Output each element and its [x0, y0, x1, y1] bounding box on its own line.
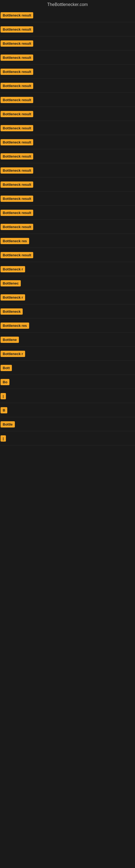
list-item[interactable]: Bottleneck r: [0, 290, 135, 304]
bottleneck-badge: Bottleneck result: [1, 139, 33, 145]
bottleneck-badge: Bottleneck result: [1, 210, 33, 216]
bottleneck-badge: Bottleneck result: [1, 125, 33, 131]
bottleneck-badge: Bo: [1, 379, 9, 385]
bottleneck-list: Bottleneck resultBottleneck resultBottle…: [0, 8, 135, 445]
list-item[interactable]: Bottlenec: [0, 276, 135, 290]
bottleneck-badge: Bottleneck result: [1, 83, 33, 89]
bottleneck-badge: Bottleneck result: [1, 195, 33, 202]
list-item[interactable]: Bottleneck: [0, 304, 135, 318]
bottleneck-badge: Bottleneck result: [1, 111, 33, 117]
bottleneck-badge: Bottleneck result: [1, 167, 33, 174]
bottleneck-badge: Bott: [1, 365, 12, 371]
list-item[interactable]: |: [0, 431, 135, 445]
list-item[interactable]: Bottleneck result: [0, 8, 135, 22]
bottleneck-badge: Bottle: [1, 421, 15, 428]
list-item[interactable]: Bottleneck result: [0, 191, 135, 206]
list-item[interactable]: Bottleneck result: [0, 51, 135, 65]
site-title: TheBottlenecker.com: [0, 0, 135, 8]
bottleneck-badge: Bottleneck result: [1, 252, 33, 258]
bottleneck-badge: Bottleneck r: [1, 294, 25, 301]
list-item[interactable]: Bottleneck result: [0, 220, 135, 234]
bottleneck-badge: Bottleneck result: [1, 55, 33, 61]
bottleneck-badge: Bottleneck r: [1, 266, 25, 272]
list-item[interactable]: Bottleneck result: [0, 149, 135, 163]
list-item[interactable]: Bottleneck res: [0, 318, 135, 333]
bottleneck-badge: Bottleneck result: [1, 12, 33, 19]
bottleneck-badge: Bottleneck res: [1, 238, 29, 244]
list-item[interactable]: |: [0, 389, 135, 403]
list-item[interactable]: Bottleneck result: [0, 206, 135, 220]
bottleneck-badge: Bottlene: [1, 337, 19, 343]
bottleneck-badge: Bottleneck result: [1, 69, 33, 75]
list-item[interactable]: Bott: [0, 361, 135, 375]
list-item[interactable]: Bottleneck result: [0, 36, 135, 51]
bottleneck-badge: Bottleneck res: [1, 322, 29, 329]
bottleneck-badge: Bottleneck result: [1, 153, 33, 159]
list-item[interactable]: Bottleneck result: [0, 121, 135, 135]
list-item[interactable]: Bottlene: [0, 333, 135, 347]
list-item[interactable]: Bottleneck result: [0, 135, 135, 149]
list-item[interactable]: Bottleneck result: [0, 65, 135, 79]
list-item[interactable]: Bottleneck result: [0, 22, 135, 36]
bottleneck-badge: Bottleneck r: [1, 351, 25, 357]
bottleneck-badge: |: [1, 393, 6, 399]
list-item[interactable]: Bo: [0, 375, 135, 389]
bottleneck-badge: Bottleneck result: [1, 26, 33, 33]
bottleneck-badge: |: [1, 435, 6, 442]
list-item[interactable]: Bottleneck result: [0, 107, 135, 121]
list-item[interactable]: Bottleneck result: [0, 177, 135, 191]
list-item[interactable]: Bottleneck result: [0, 79, 135, 93]
list-item[interactable]: Bottleneck r: [0, 262, 135, 276]
bottleneck-badge: Bottlenec: [1, 280, 21, 286]
list-item[interactable]: B: [0, 403, 135, 417]
bottleneck-badge: Bottleneck result: [1, 40, 33, 46]
bottleneck-badge: B: [1, 407, 7, 413]
list-item[interactable]: Bottleneck res: [0, 234, 135, 248]
list-item[interactable]: Bottleneck result: [0, 93, 135, 107]
list-item[interactable]: Bottle: [0, 417, 135, 431]
bottleneck-badge: Bottleneck result: [1, 182, 33, 188]
bottleneck-badge: Bottleneck result: [1, 97, 33, 103]
site-title-bar: TheBottlenecker.com: [0, 0, 135, 8]
bottleneck-badge: Bottleneck result: [1, 224, 33, 230]
list-item[interactable]: Bottleneck result: [0, 248, 135, 262]
list-item[interactable]: Bottleneck r: [0, 347, 135, 361]
bottleneck-badge: Bottleneck: [1, 308, 23, 315]
list-item[interactable]: Bottleneck result: [0, 163, 135, 177]
